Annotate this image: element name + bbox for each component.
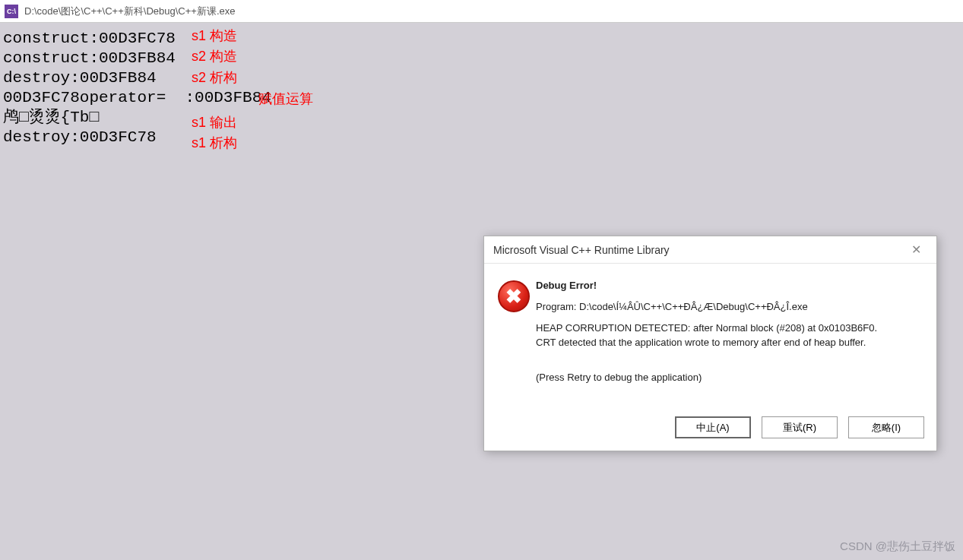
console-line: destroy:00D3FB84 [3,68,960,88]
window-title: D:\code\图论\C++\C++新科\Debug\C++新课.exe [24,5,235,18]
runtime-error-dialog: Microsoft Visual C++ Runtime Library ✕ ✖… [483,236,937,451]
annotation-label: s2 构造 [192,47,237,65]
watermark: CSDN @悲伤土豆拌饭 [840,539,955,554]
console-line: construct:00D3FC78 [3,29,960,49]
ignore-button[interactable]: 忽略(I) [848,416,924,438]
dialog-body: ✖ Debug Error! Program: D:\code\Í¼ÂÛ\C++… [484,264,936,409]
dialog-heap-line1: HEAP CORRUPTION DETECTED: after Normal b… [536,322,877,334]
abort-button[interactable]: 中止(A) [675,416,751,438]
annotation-label: s1 构造 [192,27,237,45]
dialog-heap-line2: CRT detected that the application wrote … [536,337,866,348]
app-icon: C:\ [5,5,18,18]
error-x-glyph: ✖ [505,286,522,306]
annotation-label: s1 输出 [192,113,237,131]
annotation-label: s2 析构 [192,68,237,87]
app-icon-text: C:\ [7,8,16,15]
console-titlebar: C:\ D:\code\图论\C++\C++新科\Debug\C++新课.exe [0,0,963,23]
annotation-label: s1 析构 [192,134,237,152]
dialog-program-line: Program: D:\code\Í¼ÂÛ\C++\C++ÐÂ¿Æ\Debug\… [536,300,877,314]
annotation-label: 赋值运算 [258,90,313,108]
console-line: construct:00D3FB84 [3,49,960,68]
dialog-title: Microsoft Visual C++ Runtime Library [493,244,670,256]
error-icon: ✖ [498,280,530,312]
dialog-text: Debug Error! Program: D:\code\Í¼ÂÛ\C++\C… [536,279,877,392]
console-line: 00D3FC78operator= :00D3FB84 [3,88,960,108]
console-line: 鸬□烫烫{Tb□ [3,108,960,128]
close-icon[interactable]: ✕ [905,241,927,258]
retry-button[interactable]: 重试(R) [762,416,838,438]
dialog-footer: 中止(A) 重试(R) 忽略(I) [484,409,936,451]
dialog-heading: Debug Error! [536,279,877,293]
dialog-titlebar[interactable]: Microsoft Visual C++ Runtime Library ✕ [484,236,936,264]
console-line: destroy:00D3FC78 [3,128,960,147]
console-output: construct:00D3FC78 construct:00D3FB84 de… [0,23,963,153]
dialog-retry-hint: (Press Retry to debug the application) [536,371,877,384]
